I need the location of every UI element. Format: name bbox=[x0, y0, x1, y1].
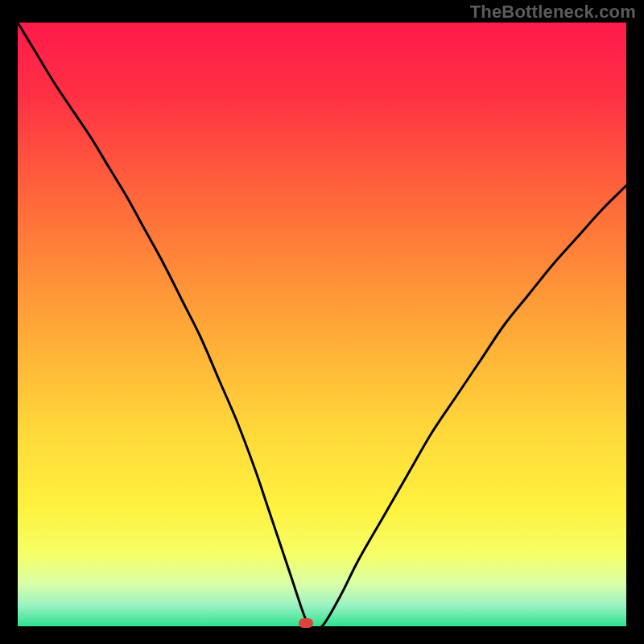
plot-area bbox=[18, 23, 626, 626]
gradient-rect bbox=[18, 23, 626, 626]
chart-stage: TheBottleneck.com bbox=[0, 0, 644, 644]
optimum-marker bbox=[299, 618, 313, 628]
plot-svg bbox=[18, 23, 626, 626]
watermark-text: TheBottleneck.com bbox=[470, 2, 636, 23]
